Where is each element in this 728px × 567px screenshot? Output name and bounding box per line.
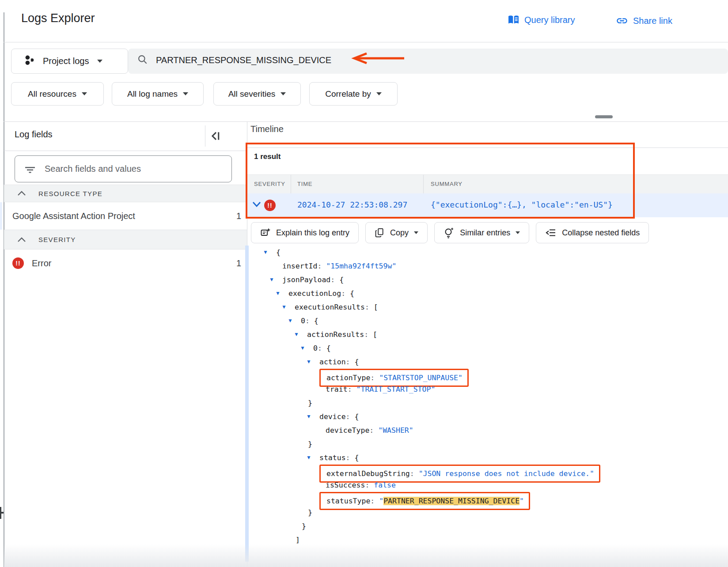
filter-all-severities[interactable]: All severities — [213, 82, 301, 106]
clipped-glyph — [0, 507, 4, 521]
timeline-divider — [247, 147, 728, 148]
json-row-content: executionLog: { — [288, 287, 354, 300]
json-row: actionType: "STARTSTOP_UNPAUSE" — [0, 369, 728, 382]
expander-triangle-icon[interactable]: ▼ — [300, 341, 305, 355]
query-search-value[interactable]: PARTNER_RESPONSE_MISSING_DEVICE — [156, 55, 331, 65]
json-open-bracket: { — [276, 248, 281, 257]
log-scope-button[interactable]: Project logs — [11, 49, 128, 74]
section-title: RESOURCE TYPE — [38, 190, 102, 197]
project-logs-icon — [24, 55, 35, 68]
error-severity-icon: !! — [264, 200, 276, 211]
json-key: deviceType — [326, 426, 369, 435]
column-divider — [291, 175, 291, 194]
similar-entries-button[interactable]: Similar entries — [434, 222, 529, 243]
share-link-link[interactable]: Share link — [616, 15, 672, 27]
query-library-label: Query library — [524, 15, 575, 25]
quote: " — [378, 426, 383, 435]
colon: : — [346, 454, 355, 462]
json-open-bracket: { — [350, 289, 354, 298]
share-link-label: Share link — [633, 16, 672, 26]
log-entry-row[interactable]: !! 2024-10-27 22:53:08.297 {"executionLo… — [247, 193, 728, 217]
json-open-bracket: { — [354, 454, 359, 462]
json-key: executionLog — [288, 289, 341, 298]
json-row: } — [0, 437, 728, 451]
json-row-content: trait: "TRAIT_START_STOP" — [326, 382, 435, 396]
query-library-icon — [508, 15, 519, 25]
collapse-panel-icon[interactable] — [209, 130, 223, 144]
toolbar-button-label: Collapse nested fields — [562, 228, 640, 238]
json-row-content: jsonPayload: { — [282, 273, 344, 287]
expander-triangle-icon[interactable]: ▼ — [306, 355, 311, 369]
log-scope-label: Project logs — [43, 56, 89, 66]
explain-this-log-entry-button[interactable]: Explain this log entry — [251, 222, 359, 243]
json-row: ▼status: { — [0, 451, 728, 465]
colon: : — [318, 344, 326, 352]
log-entry-toolbar: Explain this log entry Copy Similar entr… — [251, 222, 649, 243]
chevron-down-icon — [414, 231, 418, 234]
explain-log-icon — [260, 227, 271, 238]
json-row: ▼device: { — [0, 410, 728, 423]
json-key: jsonPayload — [282, 276, 330, 284]
json-row-content: executionResults: [ — [295, 300, 378, 314]
json-row-content: insertId: "15mha92f4ft59w" — [282, 259, 396, 273]
colon: : — [369, 426, 378, 435]
filter-all-resources[interactable]: All resources — [11, 82, 104, 106]
field-item-label: Google Assistant Action Project — [12, 211, 135, 221]
share-link-icon — [616, 15, 628, 27]
page-title: Logs Explorer — [21, 11, 95, 25]
collapse-nested-fields-button[interactable]: Collapse nested fields — [536, 222, 649, 243]
expander-triangle-icon[interactable]: ▼ — [294, 328, 299, 341]
json-open-bracket: { — [326, 344, 331, 352]
colon: : — [364, 330, 373, 339]
quote: " — [326, 262, 330, 270]
toolbar-button-label: Copy — [390, 228, 409, 238]
fields-search-input[interactable]: Search fields and values — [15, 155, 232, 182]
json-row: ▼action: { — [0, 355, 728, 369]
quote: " — [590, 469, 594, 478]
filter-correlate-by[interactable]: Correlate by — [309, 82, 398, 106]
query-library-link[interactable]: Query library — [508, 15, 575, 25]
json-close-bracket: } — [308, 508, 312, 517]
colon: : — [346, 358, 355, 366]
json-key: 0 — [301, 317, 305, 325]
expander-triangle-icon[interactable]: ▼ — [269, 273, 274, 287]
column-header-time: TIME — [297, 181, 312, 187]
colon: : — [370, 374, 379, 382]
json-row-content: deviceType: "WASHER" — [326, 423, 413, 437]
expander-triangle-icon[interactable]: ▼ — [275, 287, 281, 300]
panel-drag-handle[interactable] — [595, 115, 613, 118]
header-divider — [4, 42, 728, 42]
json-row-content: device: { — [319, 410, 359, 423]
json-open-bracket: { — [339, 276, 344, 284]
quote: " — [392, 262, 396, 270]
similar-entries-icon — [444, 227, 455, 238]
expander-triangle-icon[interactable]: ▼ — [263, 246, 268, 259]
field-item-google-assistant-action-project[interactable]: Google Assistant Action Project1 — [4, 202, 247, 230]
json-row: ▼actionResults: [ — [0, 328, 728, 341]
json-key: device — [319, 412, 346, 421]
json-key: action — [319, 358, 346, 366]
column-header-summary: SUMMARY — [431, 181, 463, 187]
chevron-down-icon[interactable] — [251, 201, 262, 210]
row-hover-strip — [0, 202, 2, 230]
json-row: ▼0: { — [0, 314, 728, 328]
json-value: STARTSTOP_UNPAUSE — [383, 374, 458, 382]
column-divider — [423, 175, 424, 194]
json-close-bracket: } — [308, 399, 312, 407]
filter-all-log-names[interactable]: All log names — [112, 82, 204, 106]
expander-triangle-icon[interactable]: ▼ — [306, 410, 311, 423]
json-row-content: { — [276, 246, 281, 259]
log-entry-time: 2024-10-27 22:53:08.297 — [297, 200, 407, 209]
copy-button[interactable]: Copy — [365, 222, 428, 243]
expander-triangle-icon[interactable]: ▼ — [288, 314, 293, 328]
section-header-resource-type[interactable]: RESOURCE TYPE — [4, 185, 247, 202]
toolbar-divider — [4, 121, 728, 122]
colon: : — [370, 497, 379, 505]
json-close-bracket: ] — [296, 536, 300, 544]
json-row-content: } — [308, 396, 312, 410]
json-key: trait — [326, 385, 348, 393]
json-value: PARTNER_RESPONSE_MISSING_DEVICE — [383, 497, 519, 505]
expander-triangle-icon[interactable]: ▼ — [306, 451, 311, 465]
expander-triangle-icon[interactable]: ▼ — [281, 300, 287, 314]
json-row: ▼{ — [0, 246, 728, 259]
